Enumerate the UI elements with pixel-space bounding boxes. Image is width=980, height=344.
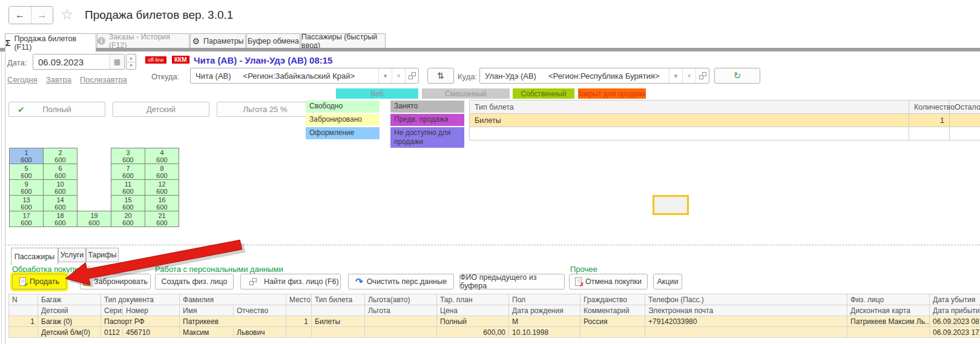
seat-cell[interactable]: 14600 [44, 196, 77, 211]
seat-cell[interactable]: 15600 [111, 196, 145, 211]
seat-cell[interactable]: 2600 [44, 148, 77, 164]
col-gender[interactable]: Пол [509, 294, 580, 305]
col-discount-auto[interactable]: Льгота(авто) [365, 294, 437, 305]
col-tariff-plan[interactable]: Тар. план [437, 294, 509, 305]
col-seat[interactable]: Место [286, 294, 312, 305]
spinner-up-icon[interactable]: ▴ [127, 55, 136, 62]
channel-mixed-button[interactable]: Смешанный [422, 88, 510, 99]
channel-web-button[interactable]: Веб [336, 88, 418, 99]
col-doc-type[interactable]: Тип документа [101, 294, 180, 305]
col-arrival-date[interactable]: Дата прибытия [930, 305, 980, 316]
col-discount[interactable]: Льгота [365, 305, 437, 316]
ticket-type-row[interactable]: Билеты 1 19 [470, 114, 980, 127]
open-icon[interactable] [696, 68, 709, 83]
seat-cell[interactable]: 21600 [145, 211, 179, 227]
today-link[interactable]: Сегодня [7, 75, 38, 84]
seat-cell[interactable]: 16600 [145, 196, 179, 211]
book-button[interactable]: Забронировать [80, 274, 151, 289]
fare-discount25-button[interactable]: Льгота 25 % [217, 102, 314, 117]
seat-cell[interactable]: 12600 [145, 180, 179, 196]
tab-services[interactable]: Услуги [58, 248, 86, 262]
seat-cell[interactable]: 18600 [44, 211, 77, 227]
calendar-icon[interactable]: ▦ [110, 55, 124, 69]
seat-cell[interactable]: 9600 [10, 180, 44, 196]
date-spinner[interactable]: ▴ ▾ [126, 54, 136, 70]
tab-parameters[interactable]: ⚙ Параметры [190, 33, 246, 48]
seat-cell[interactable]: 8600 [145, 164, 179, 180]
col-quantity[interactable]: Количество [909, 101, 950, 114]
seat-cell[interactable]: 6600 [44, 164, 77, 180]
tab-clipboard[interactable]: Буфер обмена [246, 33, 300, 48]
seat-cell[interactable]: 13600 [10, 196, 44, 211]
col-ticket-type[interactable]: Тип билета [470, 101, 909, 114]
favorite-star-icon[interactable]: ☆ [61, 7, 74, 22]
to-combo[interactable]: Улан-Удэ (АВ) <Регион:Республика Бурятия… [479, 68, 709, 84]
seat-cell[interactable]: 5600 [10, 164, 44, 180]
col-departure-date[interactable]: Дата убытия [930, 294, 980, 305]
cancel-purchase-button[interactable]: ✗ Отмена покупки [569, 274, 648, 289]
tab-passengers-quick[interactable]: Пассажиры (быстрый ввод) [301, 33, 386, 48]
passenger-row-line1[interactable]: 1 Багаж (0) Паспорт РФ Патрикеев 1 Билет… [9, 316, 980, 327]
tab-orders-history[interactable]: i Заказы - История (F12) [97, 33, 189, 48]
col-n[interactable]: N [9, 294, 38, 305]
col-price[interactable]: Цена [437, 305, 509, 316]
dropdown-icon[interactable]: ▾ [669, 68, 682, 83]
seat-cell[interactable]: 19600 [77, 211, 111, 227]
splitter-line[interactable] [5, 245, 980, 245]
col-citizenship[interactable]: Гражданство [580, 294, 645, 305]
tab-ticket-sales[interactable]: Σ Продажа билетов (F11) [5, 33, 96, 51]
col-baggage[interactable]: Багаж [38, 294, 101, 305]
clear-personal-button[interactable]: ↷ Очистить перс.данные [348, 274, 454, 289]
aisle-cell [77, 196, 111, 211]
baggage-cell[interactable]: Багаж (0) [38, 316, 101, 327]
col-email[interactable]: Электронная почта [645, 305, 847, 316]
clear-icon[interactable]: × [682, 68, 696, 83]
seat-cell[interactable]: 11600 [111, 180, 145, 196]
col-remaining[interactable]: Осталось [950, 101, 980, 114]
col-birth-date[interactable]: Дата рождения [509, 305, 580, 316]
swap-directions-button[interactable]: ⇅ [427, 68, 454, 84]
seat-cell[interactable]: 1600 [10, 148, 44, 164]
col-firstname[interactable]: Имя [180, 305, 234, 316]
col-ticket-type[interactable]: Тип билета [312, 294, 365, 305]
clear-icon[interactable]: × [392, 68, 405, 83]
col-middlename[interactable]: Отчество [234, 305, 286, 316]
spinner-down-icon[interactable]: ▾ [127, 62, 136, 70]
seat-cell[interactable]: 7600 [111, 164, 145, 180]
after-tomorrow-link[interactable]: Послезавтра [80, 75, 127, 84]
open-icon[interactable] [405, 68, 418, 83]
refresh-button[interactable]: ↻ [714, 68, 760, 84]
sell-button[interactable]: ✔ Продать [12, 274, 67, 289]
seat-cell[interactable]: 3600 [111, 148, 145, 164]
dropdown-icon[interactable]: ▾ [378, 68, 392, 83]
tab-tariffs[interactable]: Тарифы [86, 248, 119, 262]
fare-full-button[interactable]: ✔ Полный [8, 102, 105, 117]
seat-cell[interactable]: 20600 [111, 211, 145, 227]
col-series[interactable]: Серия [101, 305, 123, 316]
forward-button[interactable]: → [31, 7, 53, 24]
back-button[interactable]: ← [9, 7, 31, 24]
from-combo[interactable]: Чита (АВ) <Регион:Забайкальский Край> ▾ … [190, 68, 419, 84]
fare-child-button[interactable]: Детский [113, 102, 209, 117]
person-cell[interactable]: Патрикеев Максим Ль... [847, 316, 930, 327]
passenger-row-line2[interactable]: Детский б/м(0) 0112 456710 Максим Львови… [9, 327, 980, 338]
date-field[interactable]: 06.09.2023 ▦ [33, 54, 125, 70]
channel-closed-button[interactable]: Закрыт для продажи [578, 88, 646, 99]
col-number[interactable]: Номер [123, 305, 180, 316]
col-discount-card[interactable]: Дисконтная карта [847, 305, 930, 316]
col-phone[interactable]: Телефон (Пасс.) [645, 294, 847, 305]
col-child[interactable]: Детский [38, 305, 101, 316]
col-comment[interactable]: Комментарий [580, 305, 645, 316]
tab-passengers[interactable]: Пассажиры [11, 248, 58, 265]
promotions-button[interactable]: Акции [653, 274, 682, 289]
fio-from-buffer-button[interactable]: ФИО предыдущего из буфера [459, 274, 565, 289]
col-lastname[interactable]: Фамилия [180, 294, 286, 305]
channel-own-button[interactable]: Собственный [513, 88, 574, 99]
tomorrow-link[interactable]: Завтра [46, 75, 71, 84]
col-person[interactable]: Физ. лицо [847, 294, 930, 305]
find-person-button[interactable]: Найти физ. лицо (F6) [240, 274, 341, 289]
seat-cell[interactable]: 17600 [10, 211, 44, 227]
seat-cell[interactable]: 10600 [44, 180, 77, 196]
create-person-button[interactable]: Создать физ. лицо [155, 274, 234, 289]
seat-cell[interactable]: 4600 [145, 148, 179, 164]
